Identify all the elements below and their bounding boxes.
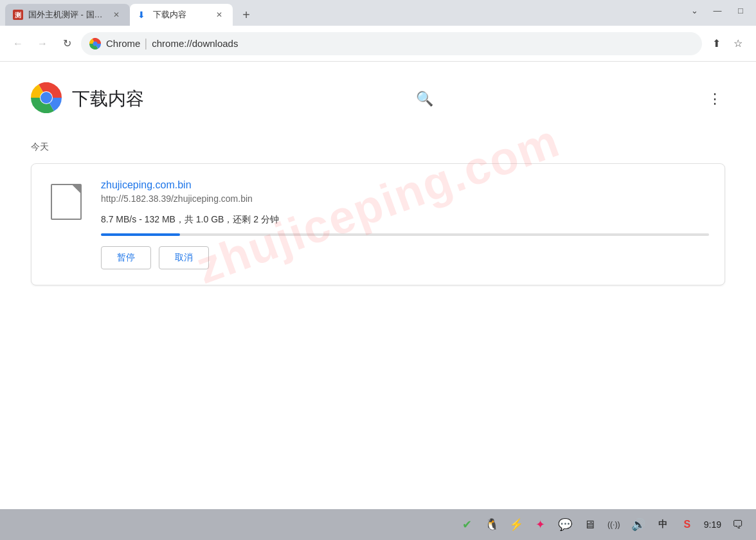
download-url: http://5.182.38.39/zhujiceping.com.bin (101, 194, 709, 204)
taskbar: ✔ 🐧 ⚡ ✦ 💬 🖥 ((·)) 🔊 中 S 9:19 🗨 (0, 509, 756, 540)
volume-icon[interactable]: 🔊 (631, 517, 646, 532)
search-button[interactable]: 🔍 (414, 89, 435, 109)
download-info: zhujiceping.com.bin http://5.182.38.39/z… (101, 179, 709, 269)
tab-website[interactable]: 测 国外主机测评 - 国外... ✕ (5, 4, 130, 26)
title-bar: 测 国外主机测评 - 国外... ✕ ⬇ 下载内容 ✕ + ⌄ — □ (0, 0, 756, 26)
tab-website-close[interactable]: ✕ (111, 9, 122, 21)
progress-bar (101, 233, 709, 236)
more-options-button[interactable]: ⋮ (705, 89, 725, 109)
sogou-icon[interactable]: S (680, 517, 695, 532)
chrome-site-icon (89, 38, 101, 50)
bookmark-button[interactable]: ☆ (728, 33, 748, 54)
share-button[interactable]: ⬆ (706, 33, 726, 54)
file-icon-wrap (47, 179, 86, 224)
omnibox[interactable]: Chrome | chrome://downloads (81, 32, 702, 55)
chevron-button[interactable]: ⌄ (684, 3, 705, 18)
progress-bar-fill (101, 233, 180, 236)
tab-downloads-close[interactable]: ✕ (213, 9, 225, 21)
page-header: 下载内容 🔍 ⋮ (31, 82, 725, 116)
bluetooth-icon[interactable]: ⚡ (509, 517, 524, 532)
download-actions: 暂停 取消 (101, 246, 709, 269)
tab-downloads[interactable]: ⬇ 下载内容 ✕ (130, 4, 233, 26)
tab-downloads-label: 下载内容 (153, 9, 208, 21)
forward-button[interactable]: → (32, 33, 53, 54)
screen-icon[interactable]: 🖥 (582, 517, 597, 532)
browser-toolbar: ← → ↻ Chrome | chrome://downloads (0, 26, 756, 62)
cancel-button[interactable]: 取消 (159, 246, 209, 269)
svg-point-7 (40, 92, 52, 104)
page-header-left: 下载内容 (31, 82, 144, 116)
maximize-button[interactable]: □ (730, 3, 751, 18)
download-card: zhujiceping.com.bin http://5.182.38.39/z… (31, 163, 725, 285)
section-today-label: 今天 (31, 141, 725, 153)
download-status: 8.7 MB/s - 132 MB，共 1.0 GB，还剩 2 分钟 (101, 214, 709, 226)
download-filename[interactable]: zhujiceping.com.bin (101, 179, 709, 191)
tab-website-label: 国外主机测评 - 国外... (28, 9, 105, 21)
chrome-logo (31, 82, 62, 116)
downloads-page: zhujiceping.com 下载内容 🔍 (0, 62, 756, 509)
reload-button[interactable]: ↻ (57, 33, 77, 54)
download-favicon: ⬇ (138, 10, 148, 20)
page-title: 下载内容 (72, 87, 144, 111)
omnibox-text: Chrome | chrome://downloads (106, 37, 694, 50)
colorful-icon[interactable]: ✦ (533, 517, 548, 532)
qq-icon[interactable]: 🐧 (484, 517, 500, 532)
notification-icon[interactable]: 🗨 (730, 517, 746, 532)
lang-icon[interactable]: 中 (655, 517, 670, 532)
wechat-icon[interactable]: 💬 (557, 517, 573, 532)
minimize-button[interactable]: — (707, 3, 728, 18)
svg-point-4 (93, 41, 98, 46)
website-favicon: 测 (13, 10, 23, 20)
toolbar-actions: ⬆ ☆ (706, 33, 748, 54)
svg-text:测: 测 (15, 12, 21, 19)
window-controls: ⌄ — □ (684, 3, 751, 18)
checkmark-icon[interactable]: ✔ (460, 517, 475, 532)
wifi-icon[interactable]: ((·)) (606, 517, 622, 532)
taskbar-time: 9:19 (704, 519, 721, 530)
file-icon (51, 184, 82, 220)
back-button[interactable]: ← (8, 33, 28, 54)
pause-button[interactable]: 暂停 (101, 246, 151, 269)
new-tab-button[interactable]: + (235, 4, 257, 26)
